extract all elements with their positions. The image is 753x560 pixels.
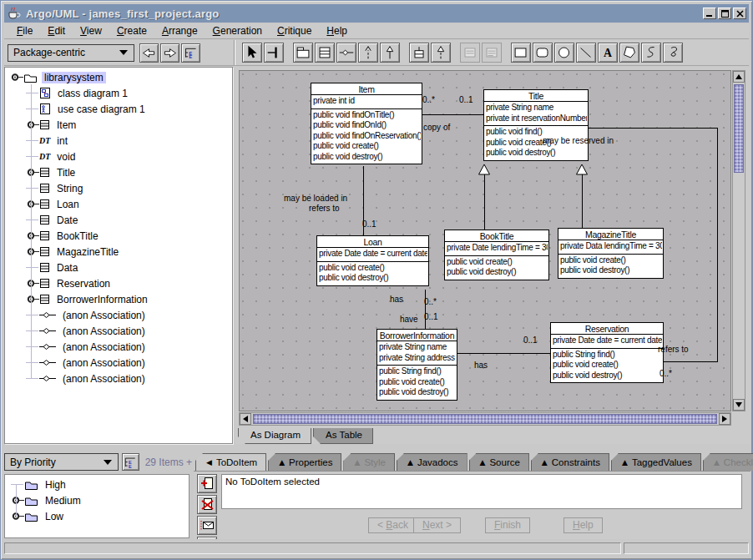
tree-item-int[interactable]: DT int [5, 133, 232, 149]
menu-arrange[interactable]: Arrange [154, 25, 205, 37]
maximize-button[interactable] [718, 8, 731, 19]
edge-label[interactable]: has [390, 295, 403, 304]
menu-view[interactable]: View [73, 25, 109, 37]
uml-class-booktitle[interactable]: BookTitle private Date lendingTime = 30 … [444, 230, 549, 280]
tree-handle-icon[interactable] [25, 275, 39, 291]
tree-item-borrowerinformation[interactable]: BorrowerInformation [5, 291, 232, 307]
tab-as-table[interactable]: As Table [313, 428, 373, 444]
tool-package-button[interactable] [293, 43, 313, 63]
tree-handle-icon[interactable] [10, 492, 24, 508]
todo-item-medium[interactable]: Medium [5, 492, 189, 508]
tree-item-title[interactable]: Title [5, 164, 232, 180]
tool-class-button[interactable] [315, 43, 335, 63]
edge-label[interactable]: refers to [658, 345, 689, 354]
tree-item-data[interactable]: Data [5, 260, 232, 275]
diagram-canvas[interactable]: Item private int id public void findOnTi… [239, 70, 731, 411]
tab-todoitem[interactable]: ◀ ToDoItem [195, 453, 266, 471]
edge-label[interactable]: refers to [309, 204, 340, 213]
tree-item-loan[interactable]: Loan [5, 196, 232, 212]
edge-label[interactable]: have [400, 315, 418, 324]
edge-label[interactable]: 0..* [422, 95, 435, 104]
tree-item-booktitle[interactable]: BookTitle [5, 228, 232, 244]
tool-rectangle-button[interactable] [511, 43, 531, 63]
tool-dependency-button[interactable] [358, 43, 378, 63]
wizard-finish-button[interactable]: Finish [485, 517, 530, 533]
tool-polygon-button[interactable] [619, 43, 639, 63]
titlebar[interactable]: Argo/UML - james_first_project.argo [4, 4, 749, 23]
scroll-right-button[interactable] [719, 413, 730, 425]
edge-label[interactable]: 0..1 [424, 312, 438, 321]
edge-label[interactable]: 0..* [424, 297, 437, 306]
menu-help[interactable]: Help [319, 25, 355, 37]
todo-filter-combobox[interactable]: By Priority [4, 453, 119, 471]
edge-label[interactable]: 0..1 [523, 335, 538, 345]
menu-create[interactable]: Create [109, 25, 154, 37]
tree-handle-icon[interactable] [25, 164, 39, 180]
menu-edit[interactable]: Edit [40, 25, 73, 37]
close-button[interactable] [733, 8, 746, 19]
new-todo-button[interactable] [197, 474, 217, 493]
edge-label[interactable]: copy of [423, 123, 450, 132]
todo-flat-view-button[interactable]: EE [122, 453, 139, 471]
scroll-up-button[interactable] [733, 71, 745, 83]
perspective-combobox[interactable]: Package-centric [8, 44, 134, 62]
wizard-next-button[interactable]: Next > [413, 517, 461, 533]
menu-file[interactable]: File [9, 25, 40, 37]
tree-handle-icon[interactable] [25, 244, 39, 260]
tab-properties[interactable]: ▲ Properties [268, 453, 341, 471]
tool-rounded-rectangle-button[interactable] [533, 43, 553, 63]
edge-label[interactable]: 0..* [660, 369, 672, 378]
tool-broom-button[interactable] [264, 43, 284, 63]
uml-class-title[interactable]: Title private String nameprivate int res… [483, 89, 589, 161]
tree-item-anon-association[interactable]: (anon Association) [5, 323, 232, 339]
tree-item-librarysystem[interactable]: librarysystem [5, 69, 232, 85]
scroll-down-button[interactable] [733, 399, 745, 411]
nav-back-button[interactable] [139, 43, 159, 63]
todo-message-box[interactable]: No ToDoItem selected [221, 474, 742, 509]
horizontal-scroll-thumb[interactable] [253, 414, 717, 424]
edge-label[interactable]: has [474, 361, 488, 370]
menu-generation[interactable]: Generation [205, 25, 270, 37]
tree-handle-icon[interactable] [25, 228, 39, 244]
uml-class-loan[interactable]: Loan private Date date = current date pu… [316, 235, 429, 286]
tree-item-anon-association[interactable]: (anon Association) [5, 339, 232, 355]
tool-realization-button[interactable] [431, 43, 451, 63]
tree-item-void[interactable]: DT void [5, 149, 232, 164]
tree-item-class-diagram-1[interactable]: class diagram 1 [5, 85, 232, 101]
tree-handle-icon[interactable] [25, 117, 39, 133]
tab-constraints[interactable]: ▲ Constraints [531, 453, 609, 471]
tab-as-diagram[interactable]: As Diagram [238, 428, 311, 444]
tab-taggedvalues[interactable]: ▲ TaggedValues [611, 453, 701, 471]
vertical-scrollbar[interactable] [732, 70, 745, 411]
tree-item-string[interactable]: String [5, 180, 232, 196]
uml-class-borrowerinformation[interactable]: BorrowerInformation private String namep… [376, 329, 457, 401]
tree-item-anon-association[interactable]: (anon Association) [5, 371, 232, 386]
tool-text-button[interactable]: A [598, 43, 618, 63]
tool-line-button[interactable] [576, 43, 596, 63]
edge-label[interactable]: may be reserved in [543, 136, 614, 145]
uml-class-item[interactable]: Item private int id public void findOnTi… [311, 83, 422, 164]
tool-association-button[interactable] [336, 43, 356, 63]
tree-item-magazinetitle[interactable]: MagazineTitle [5, 244, 232, 260]
uml-class-magazinetitle[interactable]: MagazineTitle private Data lendingTime =… [558, 228, 664, 279]
tab-javadocs[interactable]: ▲ Javadocs [397, 453, 467, 471]
uml-class-reservation[interactable]: Reservation private Date date = current … [550, 322, 664, 383]
tree-item-date[interactable]: Date [5, 212, 232, 228]
minimize-button[interactable] [703, 8, 716, 19]
tool-circle-button[interactable] [554, 43, 574, 63]
edge-label[interactable]: 0..1 [362, 219, 376, 229]
tool-select-button[interactable] [242, 43, 262, 63]
tree-item-anon-association[interactable]: (anon Association) [5, 355, 232, 371]
tool-closed-spline-button[interactable] [663, 43, 683, 63]
nav-forward-button[interactable] [160, 43, 179, 63]
vertical-scroll-thumb[interactable] [734, 84, 744, 173]
scroll-left-button[interactable] [240, 413, 251, 425]
tab-source[interactable]: ▲ Source [469, 453, 529, 471]
tree-item-item[interactable]: Item [5, 117, 232, 133]
wizard-help-button[interactable]: Help [563, 517, 603, 533]
tool-association-class-button[interactable] [409, 43, 429, 63]
menu-critique[interactable]: Critique [270, 25, 319, 37]
tree-item-reservation[interactable]: Reservation [5, 275, 232, 291]
nav-tree-view-button[interactable]: EE [181, 43, 200, 63]
todo-item-low[interactable]: Low [5, 508, 189, 524]
